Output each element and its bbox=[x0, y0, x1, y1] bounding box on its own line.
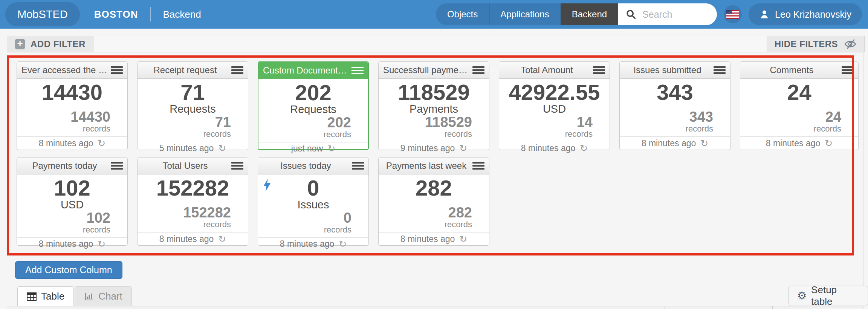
tab-table[interactable]: Table bbox=[17, 286, 74, 306]
metric-card-body: 152282 152282 records bbox=[138, 174, 248, 232]
metric-card-title: Issues submitted bbox=[624, 65, 711, 75]
last-updated-text: just now bbox=[291, 144, 323, 154]
refresh-icon[interactable] bbox=[825, 139, 833, 148]
metric-card: Payments today 102 USD 102 records 8 min… bbox=[17, 157, 128, 246]
metric-unit: Issues bbox=[298, 199, 329, 210]
refresh-icon[interactable] bbox=[327, 144, 335, 153]
metric-value: 152282 bbox=[156, 177, 229, 199]
metric-card-footer: just now bbox=[258, 142, 368, 155]
metric-card-footer: 8 minutes ago bbox=[138, 232, 248, 245]
metric-value: 202 bbox=[295, 81, 332, 104]
metric-card-header: Comments bbox=[740, 62, 858, 79]
metric-card-title: Total Amount bbox=[504, 65, 590, 75]
refresh-icon[interactable] bbox=[580, 144, 588, 153]
nav-item-applications[interactable]: Applications bbox=[489, 3, 560, 25]
metric-card-header: Custom Document Re… bbox=[258, 62, 368, 79]
records-label: records bbox=[203, 129, 231, 139]
search-box[interactable] bbox=[618, 3, 717, 25]
backend-dashboard-screen: MobSTED BOSTON Backend Objects Applicati… bbox=[0, 0, 868, 309]
hide-filters-button[interactable]: HIDE FILTERS bbox=[767, 36, 864, 52]
table-icon bbox=[27, 292, 37, 301]
last-updated-text: 8 minutes ago bbox=[39, 239, 93, 249]
add-filter-button[interactable]: ADD FILTER bbox=[7, 36, 93, 52]
metric-card-header: Payments today bbox=[17, 158, 127, 174]
metric-card-header: Issues submitted bbox=[620, 62, 730, 79]
last-updated-text: 8 minutes ago bbox=[642, 138, 696, 148]
plus-icon bbox=[15, 39, 25, 49]
metric-card: Comments 24 24 records 8 minutes ago bbox=[740, 61, 859, 150]
content-right-edge bbox=[863, 52, 863, 309]
metric-card-footer: 9 minutes ago bbox=[379, 142, 489, 155]
refresh-icon[interactable] bbox=[218, 234, 226, 244]
records-count: 118529 bbox=[425, 115, 472, 129]
metric-value: 71 bbox=[180, 81, 205, 103]
refresh-icon[interactable] bbox=[218, 144, 226, 153]
refresh-icon[interactable] bbox=[459, 234, 467, 244]
metric-card-title: Total Users bbox=[142, 161, 228, 171]
metric-card-header: Total Amount bbox=[499, 62, 610, 79]
metric-value: 282 bbox=[416, 177, 452, 199]
mobsted-logo[interactable]: MobSTED bbox=[5, 2, 80, 26]
metric-card: Total Users 152282 152282 records 8 minu… bbox=[137, 157, 248, 246]
hamburger-menu-icon[interactable] bbox=[111, 66, 123, 74]
gear-icon bbox=[797, 290, 807, 302]
search-input[interactable] bbox=[642, 9, 700, 20]
records-count: 24 bbox=[814, 110, 841, 124]
user-menu[interactable]: Leo Krizhanovskiy bbox=[749, 3, 862, 25]
hamburger-menu-icon[interactable] bbox=[231, 162, 243, 170]
refresh-icon[interactable] bbox=[339, 239, 347, 249]
metric-card-footer: 8 minutes ago bbox=[740, 136, 858, 150]
metric-card: Ever accessed the app 14430 14430 record… bbox=[17, 61, 128, 150]
nav-item-backend[interactable]: Backend bbox=[561, 3, 618, 25]
records-label: records bbox=[324, 225, 351, 234]
hamburger-menu-icon[interactable] bbox=[351, 67, 364, 74]
metric-card-title: Receipt request bbox=[142, 65, 228, 75]
search-icon bbox=[626, 9, 636, 20]
metric-card-footer: 8 minutes ago bbox=[499, 142, 610, 155]
hamburger-menu-icon[interactable] bbox=[842, 66, 854, 74]
hamburger-menu-icon[interactable] bbox=[714, 66, 726, 74]
refresh-icon[interactable] bbox=[98, 239, 105, 249]
language-flag-button[interactable] bbox=[724, 5, 742, 23]
metric-cards-grid: Ever accessed the app 14430 14430 record… bbox=[17, 61, 859, 253]
metric-card-header: Ever accessed the app bbox=[17, 62, 127, 79]
hamburger-menu-icon[interactable] bbox=[231, 66, 243, 74]
lightning-bolt-icon bbox=[263, 178, 272, 193]
metric-card-footer: 8 minutes ago bbox=[258, 237, 368, 251]
metric-card-body: 71 Requests 71 records bbox=[138, 79, 248, 142]
hamburger-menu-icon[interactable] bbox=[352, 162, 364, 170]
last-updated-text: 9 minutes ago bbox=[400, 143, 455, 153]
metric-card: Payments last week 282 282 records 8 min… bbox=[378, 157, 489, 246]
add-custom-column-button[interactable]: Add Custom Column bbox=[15, 261, 122, 279]
metric-value: 24 bbox=[787, 81, 811, 103]
hamburger-menu-icon[interactable] bbox=[472, 66, 484, 74]
metric-card-title: Ever accessed the app bbox=[21, 65, 108, 75]
refresh-icon[interactable] bbox=[98, 139, 105, 148]
records-block: 152282 records bbox=[183, 205, 248, 229]
refresh-icon[interactable] bbox=[459, 144, 467, 153]
refresh-icon[interactable] bbox=[700, 139, 708, 148]
metric-card-body: 343 343 records bbox=[620, 79, 730, 136]
metric-card-header: Issues today bbox=[258, 158, 368, 174]
logo-text: MobSTED bbox=[17, 8, 68, 21]
records-count: 0 bbox=[324, 211, 351, 225]
metric-card-footer: 8 minutes ago bbox=[379, 232, 489, 245]
records-label: records bbox=[70, 124, 110, 133]
records-block: 0 records bbox=[324, 211, 368, 234]
hamburger-menu-icon[interactable] bbox=[111, 162, 123, 170]
records-label: records bbox=[183, 220, 231, 229]
filter-bar: ADD FILTER HIDE FILTERS bbox=[7, 36, 865, 52]
records-block: 343 records bbox=[686, 110, 730, 133]
setup-table-button[interactable]: Setup table bbox=[789, 286, 868, 306]
hamburger-menu-icon[interactable] bbox=[593, 66, 605, 74]
tab-chart[interactable]: Chart bbox=[75, 286, 132, 306]
metric-card-body: 202 Requests 202 records bbox=[258, 79, 368, 142]
records-label: records bbox=[425, 129, 472, 139]
hamburger-menu-icon[interactable] bbox=[472, 162, 484, 170]
metric-value: 343 bbox=[657, 81, 693, 103]
cards-row-1: Ever accessed the app 14430 14430 record… bbox=[17, 61, 859, 150]
metric-value: 42922.55 bbox=[509, 81, 600, 103]
nav-item-objects[interactable]: Objects bbox=[436, 3, 489, 25]
metric-card-body: 0 Issues 0 records bbox=[258, 174, 368, 237]
metric-card-title: Comments bbox=[745, 65, 839, 75]
